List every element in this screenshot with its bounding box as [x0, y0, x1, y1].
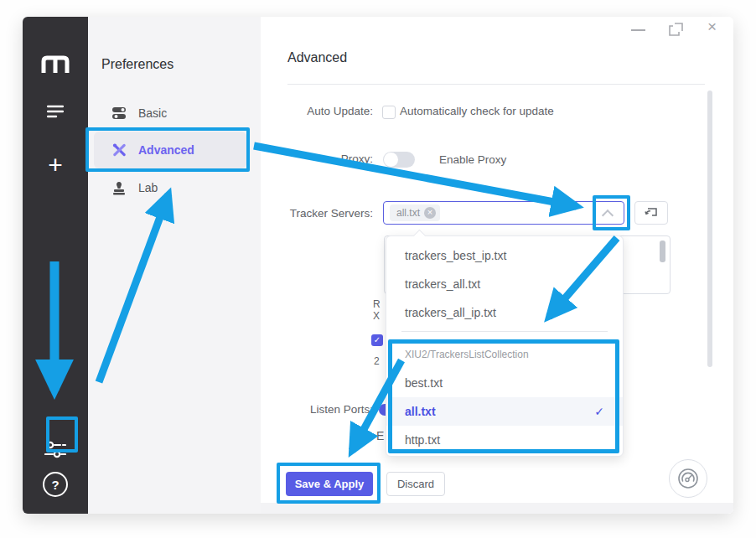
auto-update-checkbox[interactable]: [382, 106, 396, 119]
tag-remove-icon[interactable]: ×: [424, 207, 436, 219]
chevron-up-icon[interactable]: [602, 210, 614, 221]
covered-text-fragment: E: [376, 429, 384, 442]
dropdown-item-label: all.txt: [405, 405, 436, 418]
close-button[interactable]: ×: [707, 18, 717, 35]
nav-item-label: Basic: [138, 106, 167, 120]
proxy-toggle-label: Enable Proxy: [439, 153, 506, 166]
dropdown-item[interactable]: trackers_all.txt: [386, 270, 623, 298]
covered-text-fragment: X: [373, 310, 380, 322]
toggle-knob: [384, 153, 398, 167]
dropdown-item-selected[interactable]: all.txt ✓: [386, 397, 623, 426]
toggles-icon: [112, 106, 127, 120]
add-task-icon[interactable]: +: [23, 156, 88, 174]
check-icon: ✓: [594, 405, 604, 418]
motrix-logo-icon: [23, 54, 88, 73]
page-title: Advanced: [287, 50, 347, 65]
scrollbar-thumb[interactable]: [707, 91, 712, 367]
speed-limit-button[interactable]: [669, 459, 707, 498]
covered-text-fragment: R: [373, 298, 381, 310]
dropdown-item[interactable]: trackers_best_ip.txt: [386, 241, 623, 270]
dropdown-group-label: XIU2/TrackersListCollection: [405, 349, 529, 360]
minimize-button[interactable]: [631, 29, 645, 31]
app-sidebar: + ?: [23, 17, 88, 514]
covered-checked-checkbox[interactable]: ✓: [371, 334, 383, 346]
selected-tag-label: all.txt: [396, 207, 420, 219]
nav-item-advanced[interactable]: Advanced: [94, 132, 246, 168]
proxy-toggle[interactable]: [383, 152, 415, 168]
tools-icon: [112, 142, 127, 158]
help-glyph: ?: [43, 472, 68, 497]
nav-item-label: Advanced: [138, 143, 194, 157]
auto-update-label: Auto Update:: [261, 105, 373, 117]
dropdown-item[interactable]: trackers_all_ip.txt: [386, 298, 623, 327]
settings-sliders-icon[interactable]: [23, 438, 88, 462]
save-apply-button[interactable]: Save & Apply: [286, 472, 373, 496]
auto-update-checkbox-label: Automatically check for update: [400, 105, 554, 117]
maximize-button[interactable]: [669, 23, 683, 39]
lab-stamp-icon: [112, 181, 127, 195]
textarea-scrollbar-thumb[interactable]: [660, 241, 665, 262]
selected-tag: all.txt ×: [390, 204, 440, 221]
preferences-title: Preferences: [101, 57, 173, 72]
nav-item-lab[interactable]: Lab: [94, 169, 246, 206]
nav-item-basic[interactable]: Basic: [94, 95, 246, 132]
listen-ports-label: Listen Ports:: [261, 403, 373, 416]
screenshot-stage: + ? Preferences: [0, 0, 756, 538]
window-bottom-strip: [261, 503, 733, 514]
discard-button[interactable]: Discard: [386, 472, 445, 496]
speedometer-icon: [676, 467, 700, 490]
nav-item-label: Lab: [138, 181, 158, 194]
dropdown-divider: [401, 331, 608, 332]
sync-trackers-button[interactable]: [634, 201, 668, 225]
sync-icon: [645, 207, 658, 220]
tracker-select-dropdown: trackers_best_ip.txt trackers_all.txt tr…: [386, 235, 624, 457]
tracker-servers-select[interactable]: all.txt ×: [383, 201, 624, 225]
tracker-servers-label: Tracker Servers:: [261, 207, 373, 220]
proxy-label: Proxy:: [261, 153, 373, 165]
dropdown-item[interactable]: best.txt: [386, 369, 623, 397]
covered-text-fragment: 2: [374, 355, 380, 367]
title-divider: [287, 84, 705, 85]
dropdown-item[interactable]: http.txt: [386, 426, 623, 454]
preferences-panel: Preferences Basic: [88, 17, 261, 514]
task-list-icon[interactable]: [23, 104, 88, 119]
help-icon[interactable]: ?: [23, 472, 88, 497]
